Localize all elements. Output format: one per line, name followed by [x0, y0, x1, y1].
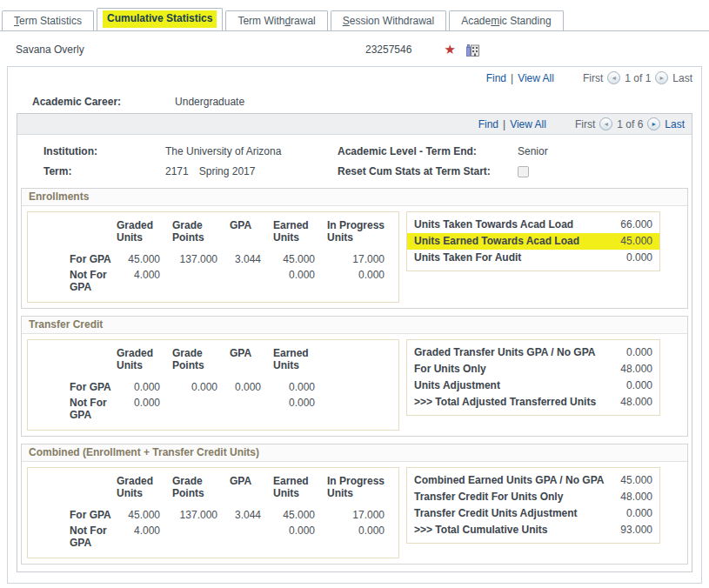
- service-indicator-star-icon[interactable]: ★: [444, 43, 455, 56]
- row-label: For GPA: [30, 379, 117, 395]
- row-label: Not For GPA: [30, 267, 117, 295]
- cell-value: 45.000: [273, 507, 327, 523]
- next-row-icon[interactable]: ►: [647, 117, 660, 130]
- units-value: 48.000: [605, 396, 652, 408]
- student-header: Savana Overly 23257546 ★: [0, 31, 709, 66]
- reset-cum-stats-label: Reset Cum Stats at Term Start:: [338, 165, 518, 177]
- find-link[interactable]: Find: [478, 118, 498, 130]
- units-row: For Units Only 48.000: [407, 361, 659, 378]
- last-link[interactable]: Last: [665, 118, 685, 130]
- cell-value: 4.000: [117, 267, 172, 295]
- tab-strip: Term Statistics Cumulative Statistics Te…: [0, 0, 709, 31]
- cell-value: 0.000: [117, 379, 172, 395]
- col-header-blank: [327, 347, 397, 379]
- enrollments-units-box: Units Taken Towards Acad Load 66.000 Uni…: [406, 211, 660, 271]
- cell-value: 0.000: [273, 267, 327, 295]
- cell-value: [230, 395, 273, 423]
- units-row-highlighted: Units Earned Towards Acad Load 45.000: [407, 233, 659, 250]
- units-label: Units Taken Towards Acad Load: [414, 218, 605, 231]
- term-scroll-area: Find | View All First ◄ 1 of 6 ► Last In…: [17, 113, 692, 572]
- tab-term-statistics[interactable]: Term Statistics: [2, 10, 94, 30]
- units-row: Transfer Credit For Units Only 48.000: [407, 489, 659, 505]
- cell-value: [172, 395, 230, 423]
- cell-value: 0.000: [117, 395, 172, 423]
- tab-session-withdrawal[interactable]: Session Withdrawal: [331, 10, 446, 30]
- col-header: GPA: [230, 475, 273, 507]
- cell-value: 45.000: [117, 507, 172, 523]
- units-row: Units Taken Towards Acad Load 66.000: [407, 217, 659, 233]
- student-id: 23257546: [365, 43, 411, 56]
- col-header: Grade Points: [172, 219, 230, 251]
- table-row: Not For GPA 4.000 0.000 0.000: [30, 523, 397, 551]
- transfer-stats-table: Graded Units Grade Points GPA Earned Uni…: [27, 339, 399, 431]
- cell-value: 0.000: [273, 523, 327, 551]
- units-label: >>> Total Adjusted Transferred Units: [414, 396, 605, 408]
- cell-value: 3.044: [230, 507, 273, 523]
- table-row: For GPA 0.000 0.000 0.000 0.000: [30, 379, 397, 395]
- term-value: 2171Spring 2017: [165, 165, 338, 177]
- campus-building-icon[interactable]: [465, 43, 480, 57]
- col-header: Earned Units: [273, 219, 327, 251]
- cell-value: 3.044: [230, 251, 273, 267]
- outer-record-navigation: Find | View All First ◄ 1 of 1 ► Last: [8, 67, 701, 88]
- row-header-blank: [30, 475, 117, 507]
- tab-label: Session Withdrawal: [343, 15, 434, 27]
- units-value: 0.000: [605, 379, 652, 391]
- cell-value: [230, 523, 273, 551]
- find-link[interactable]: Find: [486, 72, 506, 84]
- cell-value: 137.000: [172, 507, 230, 523]
- units-value: 48.000: [605, 491, 652, 503]
- table-row: Not For GPA 0.000 0.000: [30, 395, 397, 423]
- units-label: Units Adjustment: [414, 379, 605, 391]
- row-label: For GPA: [30, 251, 117, 267]
- tab-label: Academic Standing: [461, 15, 551, 27]
- cell-blank: [327, 395, 397, 423]
- col-header: Graded Units: [117, 347, 172, 379]
- view-all-link[interactable]: View All: [518, 72, 554, 84]
- row-label: Not For GPA: [30, 523, 117, 551]
- section-enrollments: Enrollments Graded Units Grade Points GP…: [21, 188, 688, 309]
- first-link-disabled: First: [575, 118, 595, 130]
- academic-career-label: Academic Career:: [32, 96, 121, 108]
- col-header: Grade Points: [172, 347, 230, 379]
- cell-value: 0.000: [230, 379, 273, 395]
- cell-value: 0.000: [273, 395, 327, 423]
- cell-value: 45.000: [117, 251, 172, 267]
- combined-units-box: Combined Earned Units GPA / No GPA 45.00…: [406, 467, 660, 544]
- units-label: Units Earned Towards Acad Load: [414, 235, 605, 247]
- col-header: In Progress Units: [327, 475, 397, 507]
- units-label: >>> Total Cumulative Units: [414, 524, 605, 536]
- units-value: 48.000: [605, 363, 652, 375]
- reset-cum-stats-checkbox[interactable]: [518, 166, 529, 177]
- academic-level-label: Academic Level - Term End:: [338, 145, 518, 157]
- units-row: >>> Total Adjusted Transferred Units 48.…: [407, 394, 659, 411]
- tab-cumulative-statistics[interactable]: Cumulative Statistics: [97, 8, 223, 30]
- row-position: 1 of 6: [617, 118, 643, 130]
- term-code: 2171: [165, 165, 189, 177]
- cell-value: [230, 267, 273, 295]
- row-label: Not For GPA: [30, 395, 117, 423]
- cell-value: 0.000: [327, 267, 397, 295]
- previous-row-icon: ◄: [599, 117, 612, 130]
- units-label: Combined Earned Units GPA / No GPA: [414, 474, 605, 486]
- view-all-link[interactable]: View All: [510, 118, 546, 130]
- units-row: Units Adjustment 0.000: [407, 378, 659, 394]
- cumulative-statistics-scroll-area: Find | View All First ◄ 1 of 1 ► Last Ac…: [7, 66, 702, 584]
- previous-row-icon: ◄: [607, 71, 620, 84]
- tab-term-withdrawal[interactable]: Term Withdrawal: [225, 10, 327, 30]
- units-row: Combined Earned Units GPA / No GPA 45.00…: [407, 472, 659, 489]
- tab-academic-standing[interactable]: Academic Standing: [449, 10, 563, 30]
- nav-separator: |: [511, 72, 513, 84]
- transfer-units-box: Graded Transfer Units GPA / No GPA 0.000…: [406, 339, 660, 416]
- units-label: Transfer Credit Units Adjustment: [414, 507, 605, 519]
- col-header: Earned Units: [273, 347, 327, 379]
- cell-value: [172, 267, 230, 295]
- units-label: Transfer Credit For Units Only: [414, 491, 605, 503]
- col-header: Earned Units: [273, 475, 327, 507]
- cell-value: 17.000: [327, 507, 397, 523]
- term-label: Term:: [43, 165, 165, 177]
- units-label: Graded Transfer Units GPA / No GPA: [414, 346, 605, 358]
- cell-value: 137.000: [172, 251, 230, 267]
- nav-separator: |: [503, 118, 505, 130]
- academic-career-row: Academic Career: Undergraduate: [8, 88, 701, 113]
